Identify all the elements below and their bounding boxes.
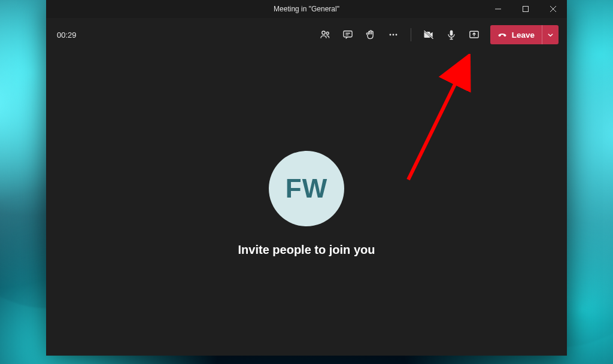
svg-point-4 bbox=[389, 34, 391, 36]
raise-hand-button[interactable] bbox=[360, 24, 381, 46]
invite-prompt: Invite people to join you bbox=[238, 243, 375, 257]
people-icon bbox=[319, 29, 331, 41]
hangup-icon bbox=[497, 30, 507, 40]
share-screen-button[interactable] bbox=[463, 24, 485, 46]
chevron-down-icon bbox=[547, 32, 554, 38]
avatar: FW bbox=[269, 151, 344, 226]
share-screen-icon bbox=[468, 29, 480, 41]
microphone-button[interactable] bbox=[441, 24, 462, 46]
camera-button[interactable] bbox=[418, 24, 439, 46]
window-title: Meeting in "General" bbox=[46, 5, 567, 13]
raise-hand-icon bbox=[365, 29, 377, 41]
avatar-initials: FW bbox=[286, 174, 327, 204]
svg-point-6 bbox=[395, 34, 397, 36]
more-actions-button[interactable] bbox=[383, 24, 404, 46]
svg-point-5 bbox=[392, 34, 394, 36]
more-icon bbox=[387, 29, 399, 41]
toolbar-divider bbox=[411, 28, 411, 41]
svg-point-1 bbox=[322, 31, 325, 34]
svg-point-2 bbox=[326, 32, 329, 35]
leave-button-group: Leave bbox=[490, 25, 559, 44]
leave-button[interactable]: Leave bbox=[490, 25, 542, 44]
mic-icon bbox=[445, 29, 457, 41]
meeting-toolbar: 00:29 bbox=[46, 18, 567, 51]
camera-off-icon bbox=[423, 29, 435, 41]
chat-icon bbox=[342, 29, 354, 41]
meeting-window: Meeting in "General" 00:29 bbox=[46, 0, 567, 356]
svg-rect-7 bbox=[450, 31, 453, 36]
call-timer: 00:29 bbox=[57, 31, 77, 40]
chat-button[interactable] bbox=[337, 24, 359, 46]
participants-button[interactable] bbox=[314, 24, 336, 46]
svg-rect-3 bbox=[344, 31, 352, 37]
leave-options-button[interactable] bbox=[542, 25, 559, 44]
titlebar[interactable]: Meeting in "General" bbox=[46, 0, 567, 18]
meeting-stage: FW Invite people to join you bbox=[46, 51, 567, 356]
leave-button-label: Leave bbox=[512, 31, 535, 40]
